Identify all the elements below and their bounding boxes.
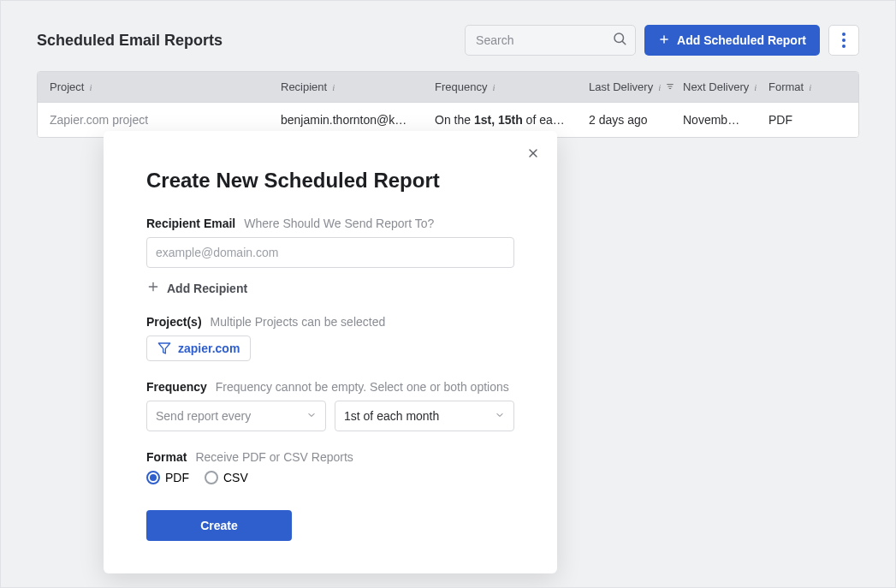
- col-next-delivery[interactable]: Next Deliveryi: [671, 72, 757, 102]
- cell-format: PDF: [757, 103, 859, 137]
- plus-icon: [146, 280, 160, 296]
- col-recipient[interactable]: Recipienti: [269, 72, 423, 102]
- info-icon: i: [332, 82, 335, 92]
- add-scheduled-report-label: Add Scheduled Report: [677, 33, 806, 47]
- svg-marker-11: [158, 343, 169, 353]
- frequency-day-select[interactable]: 1st of each month: [335, 401, 514, 431]
- radio-selected-icon: [146, 471, 160, 484]
- col-format-label: Format: [768, 80, 804, 93]
- add-recipient-button[interactable]: Add Recipient: [146, 280, 247, 296]
- close-icon: [526, 146, 540, 160]
- info-icon: i: [658, 82, 661, 92]
- recipient-email-input[interactable]: [146, 237, 514, 268]
- freq-prefix: On the: [435, 113, 474, 127]
- col-frequency-label: Frequency: [435, 80, 487, 93]
- info-icon: i: [492, 82, 495, 92]
- cell-next-delivery: November 1,…: [671, 103, 757, 137]
- chevron-down-icon: [495, 409, 505, 423]
- col-next-delivery-label: Next Delivery: [683, 80, 749, 93]
- format-hint: Receive PDF or CSV Reports: [195, 450, 353, 464]
- info-icon: i: [809, 82, 811, 92]
- close-button[interactable]: [523, 143, 543, 166]
- create-button[interactable]: Create: [146, 510, 292, 541]
- col-last-delivery-label: Last Delivery: [589, 80, 653, 93]
- format-label: Format: [146, 450, 187, 464]
- add-recipient-label: Add Recipient: [167, 282, 247, 295]
- recipient-label: Recipient Email: [146, 217, 235, 230]
- frequency-interval-select[interactable]: Send report every: [146, 401, 326, 431]
- col-project[interactable]: Projecti: [38, 72, 269, 102]
- frequency-interval-value: Send report every: [156, 409, 251, 423]
- page-title: Scheduled Email Reports: [37, 32, 223, 50]
- col-project-label: Project: [50, 80, 84, 93]
- projects-hint: Multiple Projects can be selected: [211, 315, 386, 329]
- reports-table: Projecti Recipienti Frequencyi Last Deli…: [37, 71, 859, 138]
- format-radio-csv[interactable]: CSV: [205, 471, 248, 484]
- radio-unselected-icon: [205, 471, 218, 484]
- format-csv-label: CSV: [223, 471, 248, 484]
- format-pdf-label: PDF: [165, 471, 189, 484]
- project-chip-label: zapier.com: [178, 342, 240, 355]
- frequency-label: Frequency: [146, 380, 207, 394]
- col-frequency[interactable]: Frequencyi: [423, 72, 577, 102]
- create-report-modal: Create New Scheduled Report Recipient Em…: [104, 131, 557, 573]
- info-icon: i: [89, 82, 92, 92]
- modal-title: Create New Scheduled Report: [146, 169, 514, 193]
- frequency-hint: Frequency cannot be empty. Select one or…: [216, 380, 509, 394]
- vertical-dots-icon: [842, 33, 846, 48]
- frequency-day-value: 1st of each month: [344, 409, 439, 423]
- recipient-hint: Where Should We Send Report To?: [244, 217, 434, 230]
- table-header-row: Projecti Recipienti Frequencyi Last Deli…: [38, 72, 858, 103]
- cell-last-delivery: 2 days ago: [577, 103, 671, 137]
- chevron-down-icon: [306, 409, 317, 423]
- projects-label: Project(s): [146, 315, 202, 329]
- add-scheduled-report-button[interactable]: Add Scheduled Report: [644, 25, 820, 56]
- plus-icon: [658, 33, 670, 48]
- freq-suffix: of each…: [523, 113, 577, 127]
- col-format[interactable]: Formati: [757, 72, 859, 102]
- freq-bold: 1st, 15th: [474, 113, 523, 127]
- format-radio-pdf[interactable]: PDF: [146, 471, 189, 484]
- search-input[interactable]: [465, 25, 636, 56]
- col-last-delivery[interactable]: Last Deliveryi: [577, 72, 671, 102]
- search-field-wrap: [465, 25, 636, 56]
- col-recipient-label: Recipient: [281, 80, 327, 93]
- filter-icon: [157, 342, 171, 355]
- more-actions-button[interactable]: [828, 25, 859, 56]
- project-chip[interactable]: zapier.com: [146, 336, 251, 361]
